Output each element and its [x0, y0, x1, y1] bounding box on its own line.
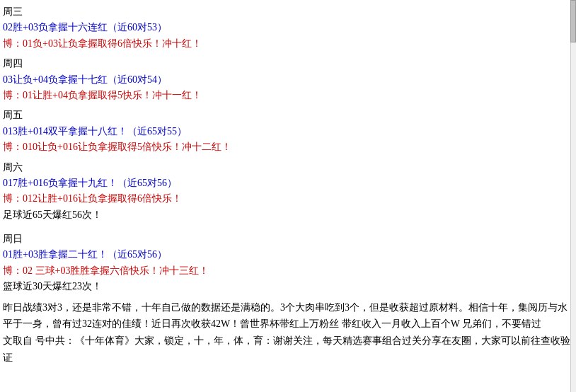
line-9: 周六: [3, 160, 570, 175]
line-14: 周日: [3, 231, 570, 247]
line-10: 017胜+016负拿握十九红！（近65对56）: [3, 175, 570, 191]
scrollbar-track[interactable]: [570, 0, 576, 392]
line-13: [3, 223, 570, 227]
content-area: 周三02胜+03负拿握十六连红（近60对53）博：01负+03让负拿握取得6倍快…: [3, 4, 570, 367]
line-16: 博：02 三球+03胜胜拿握六倍快乐！冲十三红！: [3, 263, 570, 279]
line-11: 博：012让胜+016让负拿握取得6倍快乐！: [3, 191, 570, 207]
scrollbar-thumb[interactable]: [570, 0, 576, 42]
line-6: 周五: [3, 108, 570, 123]
line-2: 博：01负+03让负拿握取得6倍快乐！冲十红！: [3, 36, 570, 52]
line-12: 足球近65天爆红56次！: [3, 207, 570, 223]
line-1: 02胜+03负拿握十六连红（近60对53）: [3, 20, 570, 35]
line-3: 周四: [3, 56, 570, 71]
line-20: 文取自 号中共：《十年体育》大家，锁定，十，年，体，育：谢谢关注，每天精选赛事组…: [3, 333, 570, 367]
main-container[interactable]: 周三02胜+03负拿握十六连红（近60对53）博：01负+03让负拿握取得6倍快…: [0, 0, 576, 392]
line-0: 周三: [3, 4, 570, 20]
line-7: 013胜+014双平拿握十八红！（近65对55）: [3, 124, 570, 139]
line-5: 博：01让胜+04负拿握取得5快乐！冲十一红！: [3, 88, 570, 103]
line-19: 昨日战绩3对3，还是非常不错，十年自己做的数据还是满稳的。3个大肉串吃到3个，但…: [3, 299, 570, 333]
line-15: 01胜+03胜拿握二十红！（近65对56）: [3, 247, 570, 263]
line-8: 博：010让负+016让负拿握取得5倍快乐！冲十二红！: [3, 139, 570, 155]
line-4: 03让负+04负拿握十七红（近60对54）: [3, 72, 570, 88]
line-17: 篮球近30天爆红23次！: [3, 279, 570, 294]
